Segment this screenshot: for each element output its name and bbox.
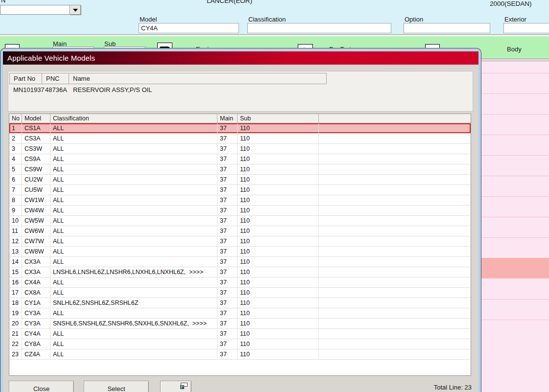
table-row[interactable]: 4CS9AALL37110: [9, 154, 471, 164]
table-cell: [319, 277, 471, 287]
exterior-field-input[interactable]: [503, 23, 549, 33]
table-row[interactable]: 21CY4AALL37110: [9, 329, 471, 339]
table-row[interactable]: 19CY3AALL37110: [9, 308, 471, 319]
table-cell: 37: [217, 257, 238, 267]
table-cell: CY4A: [22, 329, 50, 339]
table-cell: 37: [217, 308, 238, 318]
table-cell: CW7W: [22, 236, 50, 246]
table-cell: [319, 319, 471, 328]
table-row[interactable]: 15CX3ALNSHL6,LNSHL6Z,LNSHR6,LNXHL6,LNXHL…: [9, 267, 471, 277]
table-cell: 110: [238, 298, 319, 308]
table-cell: 110: [238, 319, 319, 328]
col-header-no[interactable]: No: [9, 114, 22, 123]
table-row[interactable]: 11CW6WALL37110: [9, 226, 471, 236]
table-cell: [319, 134, 471, 143]
classification-field-label: Classification: [247, 16, 391, 23]
table-cell: CX4A: [22, 277, 50, 287]
list-row-separator: [481, 237, 549, 238]
table-cell: [319, 154, 471, 164]
chevron-down-icon: [73, 9, 78, 12]
table-cell: 110: [238, 175, 319, 184]
table-cell: 37: [217, 277, 238, 287]
table-cell: 16: [9, 277, 22, 287]
table-cell: CY1A: [22, 298, 50, 308]
top-combo-input[interactable]: [0, 5, 70, 15]
name-header: Name: [69, 73, 326, 84]
table-cell: 12: [9, 236, 22, 246]
table-row[interactable]: 16CX4AALL37110: [9, 277, 471, 288]
applicable-vehicle-models-dialog: Applicable Vehicle Models Part No PNC Na…: [0, 48, 481, 392]
table-cell: 7: [9, 185, 22, 195]
table-cell: ALL: [50, 216, 217, 226]
table-cell: ALL: [50, 329, 217, 339]
table-cell: CU5W: [22, 185, 50, 195]
print-button[interactable]: [160, 381, 191, 392]
option-field-label: Option: [404, 16, 490, 23]
table-cell: CY8A: [22, 339, 50, 349]
table-cell: 37: [217, 247, 238, 256]
table-cell: 22: [9, 339, 22, 349]
list-row-separator: [481, 135, 549, 135]
dialog-title-bar[interactable]: Applicable Vehicle Models: [3, 51, 478, 65]
model-field-input[interactable]: CY4A: [139, 23, 239, 33]
table-cell: 37: [217, 144, 238, 154]
table-cell: LNSHL6,LNSHL6Z,LNSHR6,LNXHL6,LNXHL6Z, >>…: [50, 267, 217, 277]
table-cell: CX3A: [22, 267, 50, 277]
select-button[interactable]: Select: [84, 381, 149, 392]
table-cell: 37: [217, 267, 238, 277]
table-row[interactable]: 8CW1WALL37110: [9, 195, 471, 206]
table-row[interactable]: 7CU5WALL37110: [9, 185, 471, 195]
table-cell: ALL: [50, 154, 217, 164]
col-header-model[interactable]: Model: [22, 114, 50, 123]
table-row[interactable]: 22CY8AALL37110: [9, 339, 471, 349]
table-cell: 1: [9, 123, 22, 133]
table-row[interactable]: 13CW8WALL37110: [9, 247, 471, 257]
part-no-header: Part No: [10, 73, 42, 84]
total-line-label: Total Line: 23: [434, 384, 472, 391]
table-cell: 110: [238, 247, 319, 256]
list-row-separator: [481, 73, 549, 73]
col-header-sub[interactable]: Sub: [238, 114, 319, 123]
close-button[interactable]: Close: [9, 381, 74, 392]
table-row[interactable]: 23CZ4AALL37110: [9, 349, 471, 360]
col-header-main[interactable]: Main: [217, 114, 238, 123]
table-cell: [319, 144, 471, 154]
table-cell: 20: [9, 319, 22, 328]
table-row[interactable]: 6CU2WALL37110: [9, 175, 471, 185]
table-row[interactable]: 14CX3AALL37110: [9, 257, 471, 267]
table-cell: 3: [9, 144, 22, 154]
table-row[interactable]: 10CW5WALL37110: [9, 216, 471, 226]
combo-dropdown-button[interactable]: [70, 5, 81, 15]
table-row[interactable]: 1CS1AALL37110: [9, 123, 471, 134]
vehicle-name-label: LANCER(EOR): [207, 0, 252, 4]
table-cell: [319, 298, 471, 308]
table-row[interactable]: 3CS3WALL37110: [9, 144, 471, 154]
table-cell: 37: [217, 195, 238, 205]
highlighted-list-row: [481, 258, 549, 278]
table-cell: 17: [9, 288, 22, 298]
table-cell: 110: [238, 277, 319, 287]
table-cell: 37: [217, 329, 238, 339]
table-row[interactable]: 5CS9WALL37110: [9, 164, 471, 175]
dialog-title: Applicable Vehicle Models: [7, 54, 95, 62]
table-cell: ALL: [50, 339, 217, 349]
table-cell: CX8A: [22, 288, 50, 298]
table-row[interactable]: 17CX8AALL37110: [9, 288, 471, 298]
list-row-separator: [481, 114, 549, 115]
col-header-classification[interactable]: Classification: [50, 114, 217, 123]
background-parts-list: [481, 59, 549, 392]
table-row[interactable]: 12CW7WALL37110: [9, 236, 471, 247]
table-cell: 110: [238, 226, 319, 236]
table-row[interactable]: 9CW4WALL37110: [9, 206, 471, 216]
table-cell: 9: [9, 206, 22, 215]
table-row[interactable]: 18CY1ASNLHL6Z,SNSHL6Z,SRSHL6Z37110: [9, 298, 471, 308]
table-cell: 110: [238, 267, 319, 277]
classification-field-input[interactable]: [247, 23, 391, 33]
table-cell: 110: [238, 349, 319, 359]
table-row[interactable]: 20CY3ASNSHL6,SNSHL6Z,SNSHR6,SNXHL6,SNXHL…: [9, 319, 471, 329]
table-cell: 37: [217, 298, 238, 308]
list-row-separator: [481, 320, 549, 320]
table-row[interactable]: 2CS3AALL37110: [9, 134, 471, 144]
cutoff-label-fragment: N: [1, 0, 5, 4]
option-field-input[interactable]: [404, 23, 490, 33]
